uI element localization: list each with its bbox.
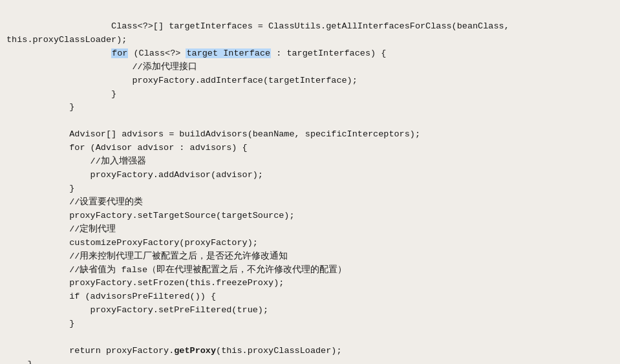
line-5: proxyFactory.addInterface(targetInterfac… bbox=[6, 76, 358, 85]
line-12: proxyFactory.addAdvisor(advisor); bbox=[6, 170, 263, 180]
line-25: return proxyFactory.getProxy(this.proxyC… bbox=[6, 346, 342, 356]
code-block: Class<?>[] targetInterfaces = ClassUtils… bbox=[6, 6, 607, 364]
line-14: //设置要代理的类 bbox=[6, 197, 143, 207]
line-18: //用来控制代理工厂被配置之后，是否还允许修改通知 bbox=[6, 252, 288, 261]
line-26: } bbox=[6, 359, 33, 364]
line-13: } bbox=[6, 184, 74, 193]
line-15: proxyFactory.setTargetSource(targetSourc… bbox=[6, 211, 295, 220]
line-21: if (advisorsPreFiltered()) { bbox=[6, 292, 216, 301]
line-1: Class<?>[] targetInterfaces = ClassUtils… bbox=[6, 21, 509, 31]
line-19: //缺省值为 false（即在代理被配置之后，不允许修改代理的配置） bbox=[6, 265, 347, 275]
line-9: Advisor[] advisors = buildAdvisors(beanN… bbox=[6, 129, 420, 139]
line-23: } bbox=[6, 319, 74, 328]
line-3: for (Class<?> target Interface : targetI… bbox=[6, 48, 386, 58]
line-7: } bbox=[6, 102, 74, 112]
line-2: this.proxyClassLoader); bbox=[6, 35, 127, 45]
line-10: for (Advisor advisor : advisors) { bbox=[6, 143, 248, 153]
line-6: } bbox=[6, 89, 116, 99]
line-4: //添加代理接口 bbox=[6, 62, 197, 72]
line-16: //定制代理 bbox=[6, 224, 116, 234]
line-22: proxyFactory.setPreFiltered(true); bbox=[6, 305, 268, 315]
line-11: //加入增强器 bbox=[6, 156, 146, 166]
line-20: proxyFactory.setFrozen(this.freezeProxy)… bbox=[6, 278, 284, 288]
line-17: customizeProxyFactory(proxyFactory); bbox=[6, 238, 258, 248]
code-container: Class<?>[] targetInterfaces = ClassUtils… bbox=[0, 0, 620, 364]
